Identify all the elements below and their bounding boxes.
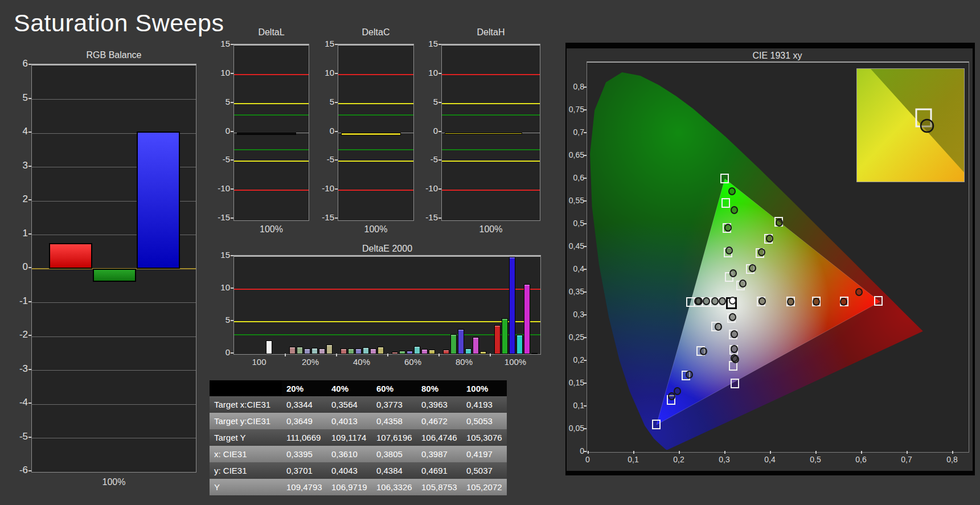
y-tick-label: -5 bbox=[314, 154, 334, 164]
measured-marker-red bbox=[813, 298, 820, 306]
x-tick-mark bbox=[387, 354, 388, 356]
table-row: Target Y111,0669109,1174107,6196106,4746… bbox=[210, 429, 507, 446]
table-cell: 109,1174 bbox=[327, 429, 372, 446]
delta-e-bar bbox=[266, 340, 272, 354]
y-tick-label: 0,35 bbox=[567, 287, 584, 296]
rgb-balance-x-label: 100% bbox=[31, 477, 196, 487]
delta-h-x-label: 100% bbox=[441, 224, 540, 235]
delta-c-chart: DeltaC 100% 151050-5-10-15 bbox=[314, 27, 417, 244]
table-cell: 0,3987 bbox=[417, 446, 462, 462]
delta-c-plot bbox=[338, 44, 414, 221]
y-tick-label: 5 bbox=[314, 97, 334, 106]
limit-line bbox=[442, 74, 540, 75]
y-tick-label: 0,45 bbox=[567, 241, 584, 251]
y-tick-mark bbox=[584, 155, 587, 156]
y-tick-mark bbox=[438, 73, 441, 74]
x-group-label: 100 bbox=[233, 357, 285, 367]
limit-line bbox=[442, 114, 540, 116]
limit-line bbox=[442, 190, 540, 191]
delta-e-bar bbox=[304, 348, 310, 354]
y-tick-label: 0 bbox=[417, 126, 438, 136]
table-header-row: 20%40%60%80%100% bbox=[210, 380, 507, 396]
y-tick-mark bbox=[28, 267, 31, 268]
delta-e-bar bbox=[370, 348, 376, 354]
rgb-balance-title: RGB Balance bbox=[31, 50, 196, 61]
table-cell: 0,3649 bbox=[282, 413, 327, 429]
inset-measured-marker bbox=[921, 120, 933, 132]
delta-e-2000-chart: DeltaE 2000 15105010020%40%60%80%100% bbox=[210, 244, 551, 372]
y-tick-label: 0,1 bbox=[567, 401, 584, 410]
y-tick-label: -6 bbox=[6, 465, 28, 476]
gridline bbox=[32, 336, 196, 337]
table-cell: 0,3344 bbox=[282, 396, 327, 413]
limit-line bbox=[234, 321, 540, 322]
table-row: y: CIE310,37010,40430,43840,46910,5037 bbox=[210, 462, 507, 479]
table-cell: 0,4672 bbox=[417, 413, 462, 429]
delta-e-bar bbox=[348, 348, 354, 354]
y-tick-mark bbox=[231, 255, 233, 256]
delta-e-bar bbox=[494, 325, 501, 354]
y-tick-mark bbox=[584, 109, 587, 110]
y-tick-mark bbox=[335, 131, 338, 132]
y-tick-label: 0,8 bbox=[567, 82, 584, 91]
y-tick-mark bbox=[28, 335, 31, 336]
y-tick-mark bbox=[28, 403, 31, 404]
table-row-label: Target x:CIE31 bbox=[210, 396, 282, 413]
x-tick-label: 0,6 bbox=[848, 455, 874, 464]
table-header-cell: 40% bbox=[327, 380, 372, 396]
y-tick-label: 0,4 bbox=[567, 264, 584, 273]
y-tick-mark bbox=[231, 288, 233, 289]
y-tick-label: -15 bbox=[417, 212, 438, 222]
y-tick-label: 5 bbox=[6, 92, 28, 104]
y-tick-label: 5 bbox=[210, 97, 230, 106]
delta-l-plot bbox=[233, 44, 309, 221]
y-tick-mark bbox=[335, 73, 338, 74]
limit-line bbox=[234, 149, 309, 150]
x-tick-mark bbox=[633, 451, 634, 454]
delta-e-bar bbox=[399, 351, 405, 354]
table-cell: 0,4691 bbox=[417, 462, 462, 479]
delta-e-bar bbox=[289, 347, 296, 354]
x-group-label: 100% bbox=[490, 357, 541, 367]
target-marker-green bbox=[721, 198, 730, 208]
table-cell: 0,3773 bbox=[372, 396, 417, 413]
measured-marker-blue bbox=[700, 347, 707, 355]
y-tick-mark bbox=[231, 102, 233, 103]
delta-e-bar bbox=[311, 348, 318, 354]
gridline bbox=[32, 99, 196, 100]
y-tick-mark bbox=[438, 159, 441, 161]
x-group-label: 40% bbox=[336, 357, 387, 367]
delta-bar bbox=[445, 133, 522, 135]
y-tick-mark bbox=[584, 132, 587, 133]
delta-l-x-label: 100% bbox=[233, 224, 309, 235]
table-cell: 0,4043 bbox=[327, 462, 372, 479]
table-row: x: CIE310,33950,36100,38050,39870,4197 bbox=[210, 446, 507, 462]
measured-marker-blue bbox=[686, 371, 693, 379]
y-tick-mark bbox=[28, 437, 31, 438]
measured-marker-green bbox=[724, 224, 732, 232]
x-tick-label: 0 bbox=[575, 455, 600, 464]
target-marker-blue bbox=[652, 420, 661, 429]
x-tick-mark bbox=[679, 451, 680, 454]
saturation-sweeps-report: Saturation Sweeps RGB Balance 100% 65432… bbox=[0, 0, 980, 505]
y-tick-mark bbox=[438, 188, 441, 190]
x-tick-mark bbox=[490, 354, 491, 356]
page-title: Saturation Sweeps bbox=[14, 9, 224, 37]
y-tick-label: 0,6 bbox=[567, 173, 584, 182]
x-tick-mark bbox=[285, 354, 286, 356]
measured-marker-green bbox=[729, 269, 737, 277]
measured-marker-green bbox=[731, 206, 738, 214]
x-group-label: 20% bbox=[285, 357, 336, 367]
y-tick-mark bbox=[231, 352, 233, 354]
measured-marker-white bbox=[729, 297, 736, 305]
table-cell: 111,0669 bbox=[282, 429, 327, 446]
y-tick-label: 15 bbox=[417, 39, 438, 48]
table-cell: 109,4793 bbox=[282, 479, 327, 495]
limit-line bbox=[234, 161, 309, 162]
measured-marker-yellow bbox=[749, 264, 756, 272]
gridline bbox=[32, 404, 196, 405]
measured-marker-red bbox=[787, 298, 794, 306]
delta-c-x-label: 100% bbox=[338, 224, 414, 235]
table-cell: 105,8753 bbox=[417, 479, 462, 495]
y-tick-label: 0,65 bbox=[567, 150, 584, 159]
